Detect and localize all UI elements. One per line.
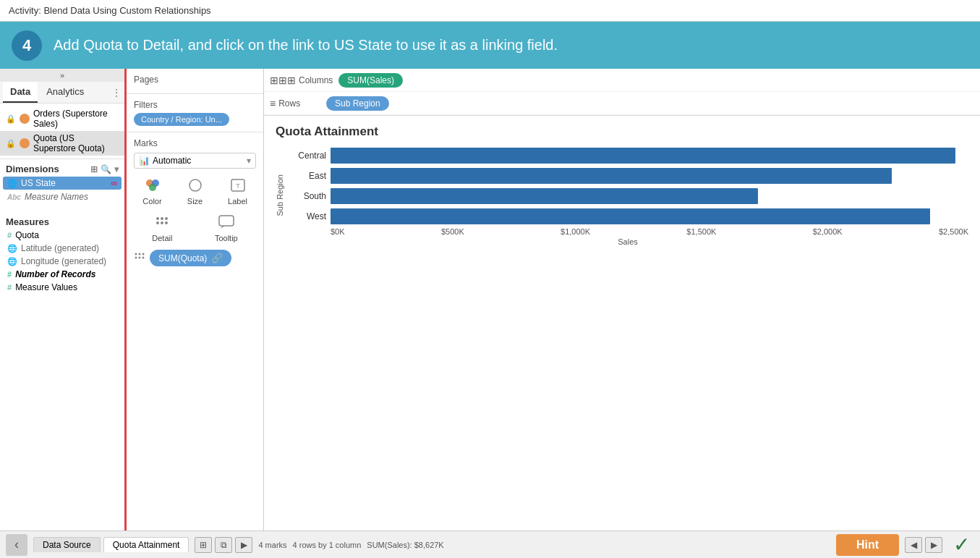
bar-label-central: Central xyxy=(287,151,326,161)
link-icon[interactable]: ∞ xyxy=(111,178,117,188)
measure-number-of-records[interactable]: # Number of Records xyxy=(0,268,124,281)
add-dim-icon[interactable]: ▾ xyxy=(114,164,119,174)
sum-quota-pill[interactable]: SUM(Quota) 🔗 xyxy=(150,250,231,266)
globe-icon-us-state: 🌐 xyxy=(7,179,17,188)
size-label: Size xyxy=(187,197,203,206)
tab-data[interactable]: Data xyxy=(3,82,38,103)
right-panel: ⊞⊞⊞ Columns SUM(Sales) ≡ Rows Sub Region… xyxy=(264,69,980,530)
step-number: 4 xyxy=(12,30,42,61)
detail-small-icon xyxy=(134,252,145,264)
rows-shelf: ≡ Rows Sub Region xyxy=(264,92,980,115)
dim-us-state[interactable]: 🌐 US State ∞ xyxy=(3,177,122,190)
y-axis-label: Sub Region xyxy=(276,174,284,216)
hint-button[interactable]: Hint xyxy=(836,534,899,556)
datasource-orders[interactable]: 🔒 Orders (Superstore Sales) xyxy=(0,106,124,131)
marks-buttons-row1: Color Size T xyxy=(134,176,256,206)
measures-section: # Quota 🌐 Latitude (generated) 🌐 Longitu… xyxy=(0,229,124,530)
sum-quota-label: SUM(Quota) xyxy=(158,253,207,263)
sum-quota-link-icon: 🔗 xyxy=(211,253,223,263)
color-label: Color xyxy=(142,197,161,206)
rows-pill[interactable]: Sub Region xyxy=(326,96,389,111)
main-area: » Data Analytics ⋮ 🔒 Orders (Superstore … xyxy=(0,69,980,530)
shelves: ⊞⊞⊞ Columns SUM(Sales) ≡ Rows Sub Region xyxy=(264,69,980,116)
marks-section: Marks 📊 Automatic ▾ Color xyxy=(127,132,263,530)
sum-quota-row: SUM(Quota) 🔗 xyxy=(134,250,256,266)
datasource-quota-label: Quota (US Superstore Quota) xyxy=(33,133,119,153)
bottom-bar: ‹ Data Source Quota Attainment ⊞ ⧉ ▶ 4 m… xyxy=(0,530,980,558)
ds-icon-orders xyxy=(20,114,30,124)
tooltip-icon xyxy=(216,213,237,232)
tab-analytics[interactable]: Analytics xyxy=(39,82,91,103)
bar-fill-central xyxy=(331,148,955,164)
svg-point-8 xyxy=(165,217,168,220)
grid-icon[interactable]: ⊞ xyxy=(90,164,98,174)
datasource-quota[interactable]: 🔒 Quota (US Superstore Quota) xyxy=(0,131,124,156)
abc-icon: Abc xyxy=(7,193,21,201)
duplicate-sheet-icon[interactable]: ⧉ xyxy=(215,537,232,553)
x-axis-title: Sales xyxy=(287,237,968,246)
data-analytics-tabs: Data Analytics ⋮ xyxy=(0,82,124,103)
rows-icon: ≡ xyxy=(270,98,276,109)
filter-country-pill[interactable]: Country / Region: Un... xyxy=(134,113,229,126)
lock-icon: 🔒 xyxy=(6,114,16,124)
bar-label-east: East xyxy=(287,171,326,181)
tab-settings-icon[interactable]: ⋮ xyxy=(111,87,122,98)
size-button[interactable]: Size xyxy=(185,176,205,206)
color-icon xyxy=(142,176,163,195)
x-label-0k: $0K xyxy=(331,227,345,236)
svg-point-16 xyxy=(142,253,145,255)
nav-right-icon[interactable]: ▶ xyxy=(925,537,942,553)
bar-fill-west xyxy=(331,208,930,224)
measure-values[interactable]: # Measure Values xyxy=(0,281,124,294)
tooltip-label: Tooltip xyxy=(215,234,238,242)
label-button[interactable]: T Label xyxy=(228,176,248,206)
dim-measure-names[interactable]: Abc Measure Names xyxy=(0,190,124,203)
checkmark-button[interactable]: ✓ xyxy=(948,532,974,558)
bar-fill-south xyxy=(331,188,758,204)
x-label-2500k: $2,500K xyxy=(939,227,968,236)
measure-latitude[interactable]: 🌐 Latitude (generated) xyxy=(0,242,124,255)
collapse-button[interactable]: » xyxy=(0,69,124,82)
svg-point-10 xyxy=(161,221,163,224)
measures-header: Measures xyxy=(0,212,124,229)
marks-type-label: Automatic xyxy=(153,156,191,166)
x-label-1000k: $1,000K xyxy=(561,227,590,236)
measure-quota[interactable]: # Quota xyxy=(0,229,124,242)
columns-grid-icon: ⊞⊞⊞ xyxy=(270,75,296,86)
tab-icons: ⊞ ⧉ ▶ xyxy=(195,537,252,553)
label-icon: T xyxy=(228,176,248,195)
search-dim-icon[interactable]: 🔍 xyxy=(101,164,111,174)
tab-quota-attainment[interactable]: Quota Attainment xyxy=(103,537,189,552)
tooltip-button[interactable]: Tooltip xyxy=(215,213,238,242)
prev-button[interactable]: ‹ xyxy=(6,534,27,556)
tab-data-source[interactable]: Data Source xyxy=(33,537,101,552)
dim-measure-names-label: Measure Names xyxy=(25,192,88,202)
left-panel: » Data Analytics ⋮ 🔒 Orders (Superstore … xyxy=(0,69,127,530)
filters-section: Filters Country / Region: Un... xyxy=(127,94,263,132)
color-button[interactable]: Color xyxy=(142,176,163,206)
x-label-1500k: $1,500K xyxy=(686,227,716,236)
presentation-icon[interactable]: ▶ xyxy=(235,537,252,553)
svg-point-3 xyxy=(189,179,201,191)
bar-track-west xyxy=(331,208,968,224)
measure-longitude[interactable]: 🌐 Longitude (generated) xyxy=(0,255,124,268)
bar-chart-icon: 📊 xyxy=(139,156,150,166)
instruction-text: Add Quota to Detail, and click on the li… xyxy=(54,37,558,54)
dimensions-title: Dimensions xyxy=(6,164,59,174)
nav-left-icon[interactable]: ◀ xyxy=(905,537,922,553)
marks-buttons-row2: Detail Tooltip xyxy=(134,213,256,242)
bar-label-west: West xyxy=(287,211,326,221)
hash-icon-records: # xyxy=(7,270,12,279)
new-sheet-icon[interactable]: ⊞ xyxy=(195,537,212,553)
ds-icon-quota xyxy=(20,138,30,148)
bar-fill-east xyxy=(331,168,892,184)
columns-pill[interactable]: SUM(Sales) xyxy=(338,73,403,88)
hash-icon-quota: # xyxy=(7,231,12,240)
sheet-tabs: Data Source Quota Attainment xyxy=(33,537,189,552)
svg-point-7 xyxy=(161,217,163,220)
detail-button[interactable]: Detail xyxy=(152,213,172,242)
marks-type-dropdown[interactable]: 📊 Automatic ▾ xyxy=(134,153,256,169)
size-icon xyxy=(185,176,205,195)
instruction-banner: 4 Add Quota to Detail, and click on the … xyxy=(0,22,980,69)
chart-area: Quota Attainment Sub Region Central East xyxy=(264,116,980,530)
